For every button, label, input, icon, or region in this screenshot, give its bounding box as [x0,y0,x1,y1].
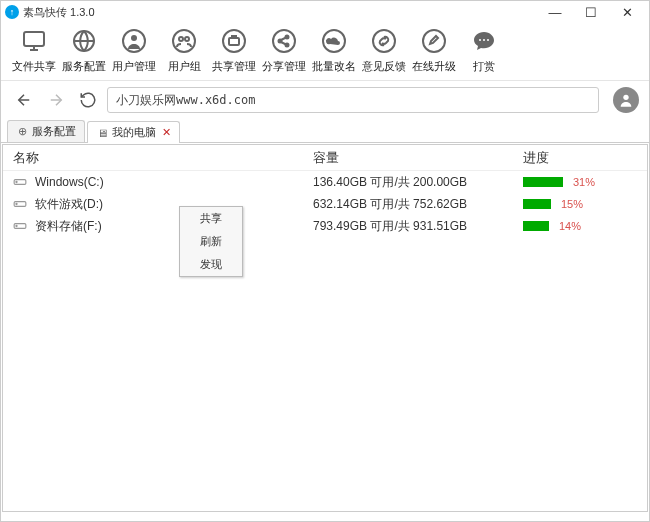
computer-icon: 🖥 [96,127,108,139]
tab-my-computer[interactable]: 🖥 我的电脑 ✕ [87,121,180,143]
drive-icon [13,219,29,233]
svg-point-8 [179,37,183,41]
svg-point-19 [373,30,395,52]
progress-bar [523,177,563,187]
svg-rect-11 [229,38,239,45]
tab-bar: ⊕ 服务配置 🖥 我的电脑 ✕ [1,119,649,143]
col-progress-header[interactable]: 进度 [523,149,647,167]
progress-bar [523,199,551,209]
svg-point-12 [273,30,295,52]
svg-point-21 [479,39,481,41]
context-menu-refresh[interactable]: 刷新 [180,230,242,253]
briefcase-icon [220,27,248,55]
svg-line-16 [281,38,286,41]
context-menu-discover[interactable]: 发现 [180,253,242,276]
toolbar-label: 用户管理 [112,59,156,74]
svg-point-22 [483,39,485,41]
users-icon [170,27,198,55]
drive-capacity: 632.14GB 可用/共 752.62GB [313,196,523,213]
drive-capacity: 136.40GB 可用/共 200.00GB [313,174,523,191]
toolbar-upgrade[interactable]: 在线升级 [409,27,459,74]
toolbar-label: 在线升级 [412,59,456,74]
toolbar-file-share[interactable]: 文件共享 [9,27,59,74]
drive-capacity: 793.49GB 可用/共 931.51GB [313,218,523,235]
context-menu-share[interactable]: 共享 [180,207,242,230]
chat-icon [470,27,498,55]
toolbar-label: 共享管理 [212,59,256,74]
context-menu: 共享 刷新 发现 [179,206,243,277]
table-row[interactable]: 软件游戏(D:) 632.14GB 可用/共 752.62GB 15% [3,193,647,215]
toolbar-label: 用户组 [168,59,201,74]
forward-button[interactable] [43,87,69,113]
tab-label: 我的电脑 [112,125,156,140]
svg-point-32 [16,225,17,226]
svg-line-17 [281,42,286,45]
window-controls: — ☐ ✕ [537,1,645,23]
toolbar-user-group[interactable]: 用户组 [159,27,209,74]
table-row[interactable]: Windows(C:) 136.40GB 可用/共 200.00GB 31% [3,171,647,193]
svg-point-28 [16,181,17,182]
drive-icon [13,197,29,211]
svg-point-9 [185,37,189,41]
progress-pct: 15% [561,198,583,210]
drive-icon [13,175,29,189]
toolbar-service-config[interactable]: 服务配置 [59,27,109,74]
toolbar-label: 打赏 [473,59,495,74]
content-area: 名称 容量 进度 Windows(C:) 136.40GB 可用/共 200.0… [2,144,648,512]
back-button[interactable] [11,87,37,113]
toolbar-label: 意见反馈 [362,59,406,74]
main-toolbar: 文件共享 服务配置 用户管理 用户组 共享管理 分享管理 批量改名 意见反馈 在… [1,23,649,81]
app-icon: ↑ [5,5,19,19]
account-icon[interactable] [613,87,639,113]
table-row[interactable]: 资料存储(F:) 793.49GB 可用/共 931.51GB 14% [3,215,647,237]
drive-name: 软件游戏(D:) [35,196,313,213]
link-icon [370,27,398,55]
toolbar-label: 批量改名 [312,59,356,74]
toolbar-batch-rename[interactable]: 批量改名 [309,27,359,74]
progress-pct: 14% [559,220,581,232]
globe-icon: ⊕ [16,126,28,138]
refresh-button[interactable] [75,87,101,113]
toolbar-label: 服务配置 [62,59,106,74]
nav-bar [1,81,649,119]
tab-service-config[interactable]: ⊕ 服务配置 [7,120,85,142]
address-input[interactable] [107,87,599,113]
svg-point-10 [223,30,245,52]
drive-name: Windows(C:) [35,175,313,189]
close-button[interactable]: ✕ [609,1,645,23]
svg-rect-0 [24,32,44,46]
col-capacity-header[interactable]: 容量 [313,149,523,167]
toolbar-share-manage[interactable]: 共享管理 [209,27,259,74]
column-headers: 名称 容量 进度 [3,145,647,171]
close-icon[interactable]: ✕ [162,126,171,139]
toolbar-label: 分享管理 [262,59,306,74]
tab-label: 服务配置 [32,124,76,139]
svg-point-26 [623,95,628,100]
toolbar-feedback[interactable]: 意见反馈 [359,27,409,74]
svg-point-23 [487,39,489,41]
maximize-button[interactable]: ☐ [573,1,609,23]
svg-point-7 [173,30,195,52]
window-title: 素鸟快传 1.3.0 [23,5,95,20]
drive-name: 资料存储(F:) [35,218,313,235]
toolbar-donate[interactable]: 打赏 [459,27,509,74]
edit-icon [420,27,448,55]
share-icon [270,27,298,55]
monitor-icon [20,27,48,55]
progress-pct: 31% [573,176,595,188]
globe-icon [70,27,98,55]
svg-point-30 [16,203,17,204]
progress-bar [523,221,549,231]
toolbar-user-manage[interactable]: 用户管理 [109,27,159,74]
minimize-button[interactable]: — [537,1,573,23]
title-bar: ↑ 素鸟快传 1.3.0 — ☐ ✕ [1,1,649,23]
user-icon [120,27,148,55]
svg-point-6 [131,35,137,41]
cloud-icon [320,27,348,55]
toolbar-share-link[interactable]: 分享管理 [259,27,309,74]
col-name-header[interactable]: 名称 [13,149,313,167]
toolbar-label: 文件共享 [12,59,56,74]
